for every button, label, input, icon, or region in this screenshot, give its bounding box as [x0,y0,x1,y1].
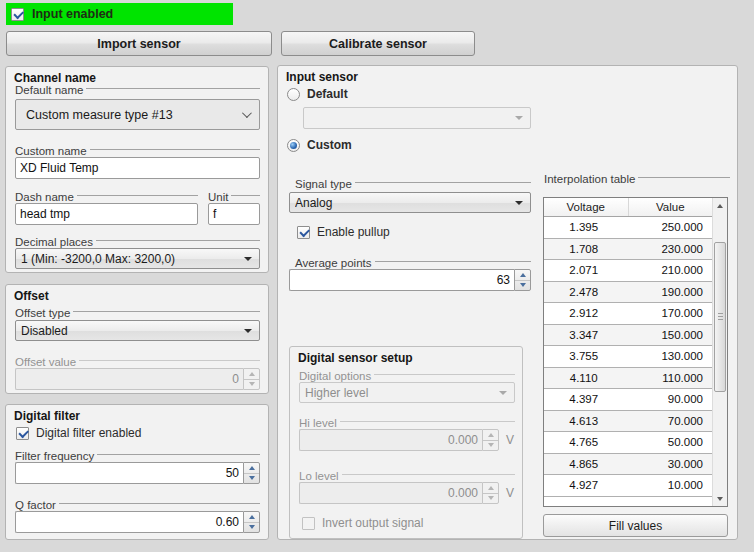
hi-level-unit: V [506,433,514,447]
spin-down-icon [483,494,498,504]
spin-up-icon[interactable] [515,270,530,281]
import-sensor-button[interactable]: Import sensor [6,31,272,56]
value-cell: 90.000 [624,389,713,410]
voltage-cell: 4.765 [544,432,624,453]
voltage-cell: 1.395 [544,217,624,238]
sensor-setup-dialog: Input enabled Import sensor Calibrate se… [0,0,754,552]
table-row[interactable]: 4.39790.000 [544,389,712,411]
voltage-cell: 2.478 [544,282,624,303]
spin-buttons [482,482,499,504]
table-row[interactable]: 4.86530.000 [544,454,712,476]
custom-radio-row[interactable]: Custom [287,138,352,152]
enable-pullup-label: Enable pullup [317,225,390,239]
spin-up-icon [483,483,498,494]
average-points-field[interactable]: 63 [289,269,514,291]
value-cell: 210.000 [624,260,713,281]
voltage-cell: 2.912 [544,303,624,324]
table-row[interactable]: 2.071210.000 [544,260,712,282]
dropdown-arrow-icon [499,391,507,395]
q-factor-field[interactable]: 0.60 [15,511,243,533]
default-name-select[interactable]: Custom measure type #13 [15,99,260,130]
scroll-down-icon[interactable] [713,491,727,506]
dropdown-arrow-icon [515,201,523,205]
spin-buttons[interactable] [514,269,531,291]
scroll-up-icon[interactable] [713,198,727,213]
table-row[interactable]: 1.395250.000 [544,217,712,239]
digital-filter-enabled-checkbox[interactable] [16,427,29,440]
invert-output-label: Invert output signal [322,516,423,530]
table-row[interactable]: 3.347150.000 [544,325,712,347]
value-cell: 250.000 [624,217,713,238]
table-row[interactable]: 3.755130.000 [544,346,712,368]
default-radio[interactable] [287,88,300,101]
enable-pullup-checkbox[interactable] [297,226,310,239]
table-row[interactable]: 4.76550.000 [544,432,712,454]
voltage-cell: 4.397 [544,389,624,410]
enable-pullup-row[interactable]: Enable pullup [297,225,390,239]
decimal-places-value: 1 (Min: -3200,0 Max: 3200,0) [21,252,244,266]
q-factor-spinner[interactable]: 0.60 [15,511,260,533]
fill-values-button[interactable]: Fill values [543,514,728,537]
offset-type-label: Offset type [15,307,260,320]
offset-type-select[interactable]: Disabled [15,320,260,341]
value-column-header[interactable]: Value [629,198,713,216]
filter-frequency-field[interactable]: 50 [15,462,243,484]
spin-buttons [482,429,499,451]
custom-name-input[interactable]: XD Fluid Temp [15,157,260,179]
unit-input[interactable]: f [208,203,260,225]
spin-buttons[interactable] [243,462,260,484]
custom-radio[interactable] [287,139,300,152]
spin-down-icon [483,441,498,451]
input-sensor-group: Input sensor Default Custom Signal type … [277,65,738,540]
value-cell: 190.000 [624,282,713,303]
input-enabled-checkbox[interactable] [11,8,24,21]
voltage-cell: 4.613 [544,411,624,432]
spin-down-icon[interactable] [515,281,530,291]
input-enabled-toggle[interactable]: Input enabled [6,3,233,25]
digital-options-value: Higher level [305,386,499,400]
value-cell: 230.000 [624,239,713,260]
spin-down-icon[interactable] [244,523,259,533]
decimal-places-select[interactable]: 1 (Min: -3200,0 Max: 3200,0) [15,248,260,269]
offset-type-value: Disabled [21,324,244,338]
channel-name-group: Channel name Default name Custom measure… [5,66,269,273]
default-radio-label: Default [307,87,348,101]
table-row[interactable]: 2.478190.000 [544,282,712,304]
value-cell: 150.000 [624,325,713,346]
signal-type-select[interactable]: Analog [289,192,531,213]
average-points-spinner[interactable]: 63 [289,269,531,291]
voltage-cell: 4.865 [544,454,624,475]
digital-options-select: Higher level [299,382,515,403]
voltage-cell: 4.110 [544,368,624,389]
spin-up-icon [244,369,259,380]
default-sensor-select [303,107,531,129]
table-scrollbar[interactable] [712,198,727,506]
default-name-value: Custom measure type #13 [26,108,242,122]
interpolation-table: Voltage Value 1.395250.0001.708230.0002.… [543,197,728,507]
table-row[interactable]: 1.708230.000 [544,239,712,261]
scrollbar-thumb[interactable] [714,242,726,392]
table-row[interactable]: 2.912170.000 [544,303,712,325]
table-row[interactable]: 4.110110.000 [544,368,712,390]
offset-value-spinner: 0 [15,368,260,390]
value-cell: 170.000 [624,303,713,324]
offset-group: Offset Offset type Disabled Offset value… [5,284,269,394]
value-cell: 10.000 [624,475,713,496]
digital-filter-group: Digital filter Digital filter enabled Fi… [5,404,269,540]
dropdown-arrow-icon [244,329,252,333]
spin-up-icon[interactable] [244,463,259,474]
table-row[interactable]: 4.92710.000 [544,475,712,497]
dash-name-input[interactable]: head tmp [15,203,198,225]
filter-frequency-spinner[interactable]: 50 [15,462,260,484]
spin-buttons[interactable] [243,511,260,533]
spin-down-icon[interactable] [244,474,259,484]
digital-filter-enabled-row[interactable]: Digital filter enabled [16,426,141,440]
calibrate-sensor-button[interactable]: Calibrate sensor [281,31,475,56]
hi-level-spinner: 0.000 [299,429,499,451]
dropdown-arrow-icon [515,116,523,120]
table-row[interactable]: 4.61370.000 [544,411,712,433]
default-radio-row[interactable]: Default [287,87,348,101]
voltage-cell: 3.347 [544,325,624,346]
spin-up-icon[interactable] [244,512,259,523]
voltage-column-header[interactable]: Voltage [544,198,629,216]
